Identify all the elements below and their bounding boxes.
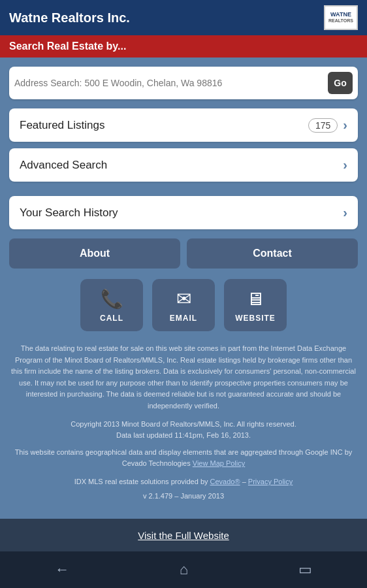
search-bar-header: Search Real Estate by... (0, 35, 367, 57)
search-history-label: Your Search History (20, 206, 118, 220)
version-text: v 2.1.479 – January 2013 (9, 492, 358, 500)
company-logo: WATNE REALTORS (324, 5, 358, 30)
idxmls-text: IDX MLS real estate solutions provided b… (9, 476, 358, 488)
address-search-input[interactable] (14, 78, 328, 88)
search-history-chevron: › (343, 205, 347, 220)
featured-listings-label: Featured Listings (20, 119, 104, 132)
home-nav-icon[interactable]: ⌂ (180, 561, 188, 578)
call-button[interactable]: 📞 CALL (80, 279, 143, 331)
action-row: About Contact (9, 238, 358, 269)
featured-listings-item[interactable]: Featured Listings 175 › (9, 108, 358, 142)
visit-full-website-label: Visit the Full Website (138, 530, 229, 541)
search-bar-label: Search Real Estate by... (9, 41, 126, 52)
featured-listings-right: 175 › (308, 118, 347, 133)
advanced-search-right: › (343, 157, 347, 172)
call-label: CALL (100, 314, 123, 323)
divider1 (9, 188, 358, 196)
main-content: Go Featured Listings 175 › Advanced Sear… (0, 57, 367, 519)
advanced-search-chevron: › (343, 157, 347, 172)
website-button[interactable]: 🖥 WEBSITE (224, 279, 287, 331)
logo-line2: REALTORS (328, 18, 353, 24)
bottom-nav: ← ⌂ ▭ (0, 551, 367, 588)
go-button[interactable]: Go (328, 72, 353, 94)
monitor-icon: 🖥 (246, 288, 264, 310)
back-nav-icon[interactable]: ← (55, 561, 69, 578)
website-label: WEBSITE (235, 314, 276, 323)
email-icon: ✉ (176, 288, 191, 310)
search-history-right: › (343, 205, 347, 220)
phone-icon: 📞 (101, 288, 123, 310)
advanced-search-label: Advanced Search (20, 159, 107, 172)
advanced-search-item[interactable]: Advanced Search › (9, 148, 358, 182)
logo-line1: WATNE (330, 11, 351, 18)
view-map-policy-link[interactable]: View Map Policy (193, 459, 246, 467)
disclaimer-text: The data relating to real estate for sal… (9, 343, 358, 412)
contact-button[interactable]: Contact (187, 238, 358, 269)
app-title: Watne Realtors Inc. (9, 10, 130, 25)
email-label: EMAIL (170, 314, 197, 323)
featured-listings-chevron: › (343, 118, 347, 133)
geo-text: This website contains geographical data … (9, 447, 358, 470)
visit-full-website-bar[interactable]: Visit the Full Website (0, 519, 367, 551)
address-search-box: Go (9, 67, 358, 99)
featured-listings-count: 175 (308, 118, 338, 133)
copyright-text: Copyright 2013 Minot Board of Realtors/M… (9, 419, 358, 442)
icon-row: 📞 CALL ✉ EMAIL 🖥 WEBSITE (9, 279, 358, 331)
search-history-item[interactable]: Your Search History › (9, 196, 358, 229)
recent-nav-icon[interactable]: ▭ (298, 561, 312, 578)
privacy-policy-link[interactable]: Privacy Policy (248, 478, 293, 485)
app-header: Watne Realtors Inc. WATNE REALTORS (0, 0, 367, 35)
email-button[interactable]: ✉ EMAIL (152, 279, 215, 331)
about-button[interactable]: About (9, 238, 180, 269)
cevado-link[interactable]: Cevado® (210, 478, 240, 485)
